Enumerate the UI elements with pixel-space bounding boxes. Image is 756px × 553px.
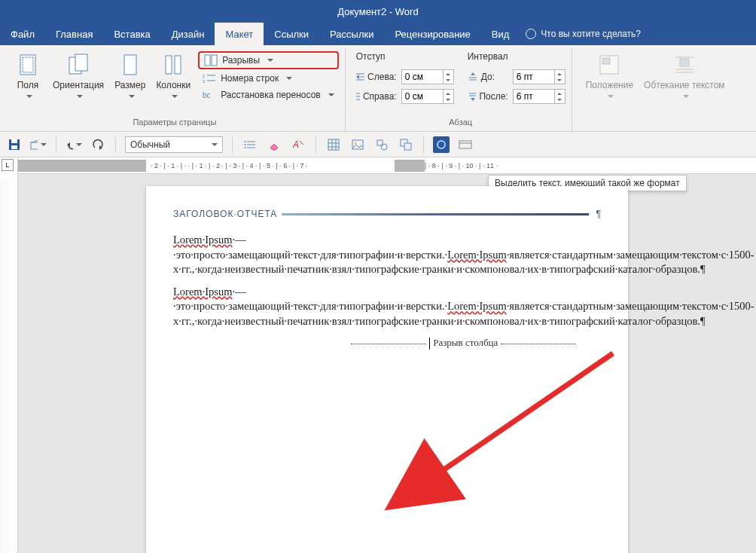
svg-rect-59 bbox=[404, 143, 411, 150]
svg-rect-5 bbox=[166, 56, 172, 74]
svg-rect-60 bbox=[459, 141, 471, 148]
tell-me-placeholder: Что вы хотите сделать? bbox=[541, 29, 641, 39]
document-area[interactable]: · 2 · | · 1 · | · · | · 1 · | · 2 · | · … bbox=[18, 157, 756, 553]
indent-left-spinner[interactable] bbox=[401, 69, 454, 84]
tab-stop-selector[interactable]: L bbox=[2, 159, 14, 171]
svg-rect-54 bbox=[352, 140, 363, 149]
indent-right-spinner[interactable] bbox=[401, 89, 454, 104]
shapes-button[interactable] bbox=[373, 136, 390, 153]
quick-access-toolbar-2: Обычный A bbox=[0, 132, 756, 157]
window-title: Документ2 - Word bbox=[337, 6, 418, 17]
indent-left-icon bbox=[356, 72, 364, 81]
group-arrange: Положение Обтекание текстом bbox=[577, 48, 734, 131]
orientation-icon bbox=[66, 53, 90, 77]
svg-point-55 bbox=[355, 142, 357, 144]
spacing-after-icon bbox=[468, 92, 477, 101]
group-page-setup: Поля Ориентация Размер Колонки bbox=[5, 48, 346, 131]
indent-right-icon bbox=[356, 92, 360, 101]
tab-insert[interactable]: Вставка bbox=[103, 23, 160, 45]
eraser-button[interactable] bbox=[266, 136, 282, 153]
svg-rect-8 bbox=[212, 55, 217, 66]
spin-down[interactable] bbox=[554, 77, 565, 84]
hyphenation-button[interactable]: bc Расстановка переносов bbox=[198, 87, 339, 102]
ribbon-tabs: Файл Главная Вставка Дизайн Макет Ссылки… bbox=[0, 23, 756, 45]
vertical-ruler[interactable]: L bbox=[0, 157, 18, 553]
svg-point-44 bbox=[245, 144, 246, 145]
spin-up[interactable] bbox=[443, 70, 453, 77]
svg-rect-4 bbox=[124, 55, 136, 75]
target-icon bbox=[437, 140, 446, 149]
svg-marker-27 bbox=[471, 98, 475, 101]
tab-home[interactable]: Главная bbox=[45, 23, 103, 45]
size-icon bbox=[118, 53, 142, 77]
image-button[interactable] bbox=[349, 136, 366, 153]
columns-button[interactable]: Колонки bbox=[153, 51, 194, 101]
svg-text:bc: bc bbox=[203, 91, 211, 99]
svg-rect-6 bbox=[175, 56, 181, 74]
svg-marker-22 bbox=[471, 72, 475, 75]
svg-point-57 bbox=[381, 144, 387, 150]
select-similar-format-button[interactable] bbox=[433, 136, 450, 153]
group-button[interactable] bbox=[398, 136, 414, 153]
horizontal-ruler[interactable]: · 2 · | · 1 · | · · | · 1 · | · 2 · | · … bbox=[18, 157, 756, 174]
svg-text:1: 1 bbox=[203, 74, 206, 78]
svg-rect-37 bbox=[31, 142, 38, 149]
undo-button[interactable] bbox=[66, 136, 82, 153]
spin-up[interactable] bbox=[443, 90, 453, 96]
margins-icon bbox=[16, 53, 40, 77]
size-button[interactable]: Размер bbox=[111, 51, 148, 101]
spacing-after-input[interactable] bbox=[514, 90, 554, 103]
tab-references[interactable]: Ссылки bbox=[264, 23, 319, 45]
position-button[interactable]: Положение bbox=[583, 51, 636, 101]
list-button[interactable] bbox=[242, 136, 258, 153]
spin-down[interactable] bbox=[443, 96, 453, 103]
columns-icon bbox=[161, 53, 185, 77]
tab-design[interactable]: Дизайн bbox=[161, 23, 215, 45]
svg-text:A: A bbox=[292, 139, 299, 150]
table-button[interactable] bbox=[325, 136, 342, 153]
spin-up[interactable] bbox=[554, 90, 565, 96]
wrap-text-icon bbox=[672, 53, 697, 77]
svg-point-43 bbox=[245, 141, 246, 142]
redo-button[interactable] bbox=[90, 136, 106, 153]
spacing-before-icon bbox=[468, 72, 478, 81]
indent-left-input[interactable] bbox=[402, 70, 443, 84]
group-paragraph: Отступ Слева: Справа: Интервал До: После… bbox=[350, 48, 572, 131]
page[interactable]: ЗАГОЛОВОК·ОТЧЕТА ¶ Lorem·Ipsum·—·это·про… bbox=[146, 186, 628, 553]
svg-rect-30 bbox=[680, 59, 689, 66]
columns-container: Lorem·Ipsum·—·это·просто·замещающий·текс… bbox=[173, 233, 601, 350]
ribbon-layout: Поля Ориентация Размер Колонки bbox=[0, 45, 756, 132]
save-button[interactable] bbox=[6, 136, 23, 153]
spacing-before-input[interactable] bbox=[514, 70, 554, 84]
tab-review[interactable]: Рецензирование bbox=[384, 23, 480, 45]
svg-line-48 bbox=[300, 141, 303, 145]
spin-down[interactable] bbox=[554, 96, 565, 103]
indent-right-input[interactable] bbox=[402, 90, 443, 103]
breaks-icon bbox=[204, 54, 218, 66]
position-icon bbox=[597, 53, 621, 77]
workspace: L · 2 · | · 1 · | · · | · 1 · | · 2 · | … bbox=[0, 157, 756, 553]
line-numbers-button[interactable]: 12 Номера строк bbox=[198, 71, 339, 86]
paragraph: Lorem·Ipsum·—·это·просто·замещающий·текс… bbox=[173, 233, 754, 277]
style-selector[interactable]: Обычный bbox=[125, 136, 223, 153]
tell-me-search[interactable]: Что вы хотите сделать? bbox=[526, 23, 641, 45]
group-label-page-setup: Параметры страницы bbox=[11, 116, 339, 130]
spin-down[interactable] bbox=[443, 77, 453, 84]
tab-mailings[interactable]: Рассылки bbox=[319, 23, 384, 45]
tab-file[interactable]: Файл bbox=[0, 23, 45, 45]
clear-format-button[interactable]: A bbox=[290, 136, 306, 153]
spin-up[interactable] bbox=[554, 70, 565, 77]
margins-button[interactable]: Поля bbox=[11, 51, 45, 101]
tab-view[interactable]: Вид bbox=[481, 23, 520, 45]
orientation-button[interactable]: Ориентация bbox=[50, 51, 107, 101]
spacing-before-spinner[interactable] bbox=[513, 69, 565, 84]
spacing-after-spinner[interactable] bbox=[513, 89, 565, 104]
svg-marker-17 bbox=[356, 75, 359, 79]
open-button[interactable] bbox=[30, 136, 47, 153]
column-1: Lorem·Ipsum·—·это·просто·замещающий·текс… bbox=[173, 233, 754, 350]
tab-layout[interactable]: Макет bbox=[215, 23, 264, 45]
svg-rect-35 bbox=[11, 139, 17, 143]
window-button[interactable] bbox=[457, 136, 474, 153]
wrap-text-button[interactable]: Обтекание текстом bbox=[641, 51, 727, 101]
breaks-button[interactable]: Разрывы bbox=[198, 51, 339, 69]
